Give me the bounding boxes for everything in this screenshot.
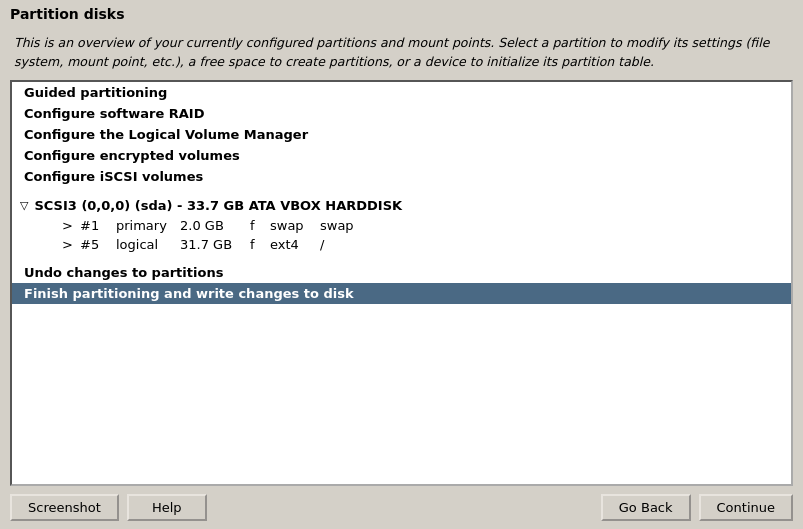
- disk-header[interactable]: ▽ SCSI3 (0,0,0) (sda) - 33.7 GB ATA VBOX…: [12, 195, 791, 216]
- title-bar: Partition disks: [0, 0, 803, 26]
- partition-fstype-1: swap: [270, 218, 320, 233]
- disk-label: SCSI3 (0,0,0) (sda) - 33.7 GB ATA VBOX H…: [34, 198, 402, 213]
- disk-expand-arrow: ▽: [20, 199, 28, 212]
- partition-fstype-2: ext4: [270, 237, 320, 252]
- divider-2: [12, 254, 791, 262]
- spacer: [12, 304, 791, 310]
- menu-item-guided[interactable]: Guided partitioning: [12, 82, 791, 103]
- help-button[interactable]: Help: [127, 494, 207, 521]
- partition-size-2: 31.7 GB: [180, 237, 250, 252]
- partition-mount-2: /: [320, 237, 360, 252]
- menu-item-lvm[interactable]: Configure the Logical Volume Manager: [12, 124, 791, 145]
- menu-item-encrypted[interactable]: Configure encrypted volumes: [12, 145, 791, 166]
- partition-arrow-2: >: [62, 237, 76, 252]
- partition-row-1[interactable]: > #1 primary 2.0 GB f swap swap: [12, 216, 791, 235]
- window: Partition disks This is an overview of y…: [0, 0, 803, 529]
- partition-flag-1: f: [250, 218, 270, 233]
- partition-size-1: 2.0 GB: [180, 218, 250, 233]
- footer-left-buttons: Screenshot Help: [10, 494, 207, 521]
- main-content: This is an overview of your currently co…: [0, 26, 803, 486]
- footer-right-buttons: Go Back Continue: [601, 494, 793, 521]
- menu-item-finish[interactable]: Finish partitioning and write changes to…: [12, 283, 791, 304]
- partition-type-2: logical: [116, 237, 180, 252]
- partition-list: Guided partitioning Configure software R…: [10, 80, 793, 487]
- menu-item-undo[interactable]: Undo changes to partitions: [12, 262, 791, 283]
- partition-row-2[interactable]: > #5 logical 31.7 GB f ext4 /: [12, 235, 791, 254]
- partition-num-2: #5: [80, 237, 116, 252]
- window-title: Partition disks: [10, 6, 124, 22]
- menu-item-software-raid[interactable]: Configure software RAID: [12, 103, 791, 124]
- screenshot-button[interactable]: Screenshot: [10, 494, 119, 521]
- partition-num-1: #1: [80, 218, 116, 233]
- divider: [12, 187, 791, 195]
- go-back-button[interactable]: Go Back: [601, 494, 691, 521]
- partition-mount-1: swap: [320, 218, 360, 233]
- footer-buttons: Screenshot Help Go Back Continue: [0, 486, 803, 529]
- continue-button[interactable]: Continue: [699, 494, 793, 521]
- partition-arrow-1: >: [62, 218, 76, 233]
- partition-type-1: primary: [116, 218, 180, 233]
- menu-item-iscsi[interactable]: Configure iSCSI volumes: [12, 166, 791, 187]
- partition-flag-2: f: [250, 237, 270, 252]
- description-text: This is an overview of your currently co…: [10, 26, 793, 80]
